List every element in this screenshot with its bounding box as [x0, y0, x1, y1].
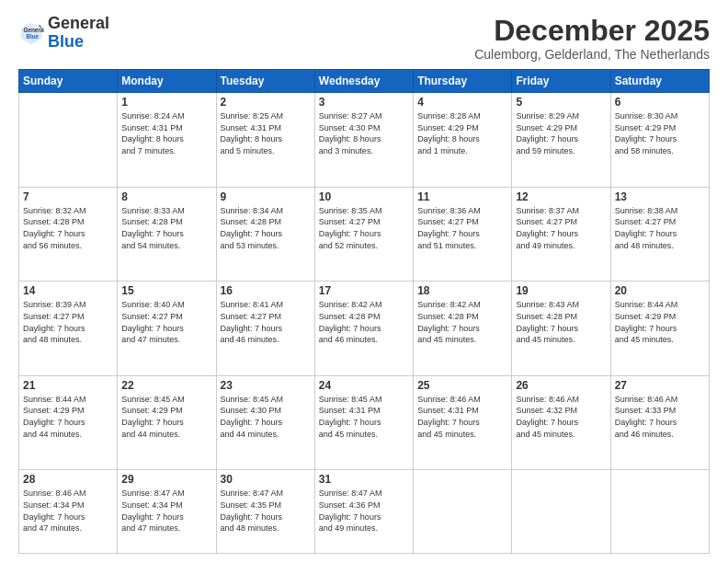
- day-number: 11: [417, 190, 507, 203]
- day-number: 3: [319, 96, 409, 109]
- day-info: Sunrise: 8:47 AM Sunset: 4:34 PM Dayligh…: [121, 488, 211, 534]
- logo-blue-text: Blue: [48, 32, 84, 51]
- table-row: [414, 470, 512, 554]
- table-row: 22Sunrise: 8:45 AM Sunset: 4:29 PM Dayli…: [118, 375, 216, 470]
- day-info: Sunrise: 8:27 AM Sunset: 4:30 PM Dayligh…: [319, 110, 409, 156]
- day-info: Sunrise: 8:44 AM Sunset: 4:29 PM Dayligh…: [615, 299, 705, 345]
- calendar-week-row: 7Sunrise: 8:32 AM Sunset: 4:28 PM Daylig…: [19, 187, 710, 282]
- table-row: 24Sunrise: 8:45 AM Sunset: 4:31 PM Dayli…: [314, 375, 413, 470]
- day-number: 22: [121, 379, 211, 392]
- day-number: 20: [615, 284, 705, 297]
- table-row: 6Sunrise: 8:30 AM Sunset: 4:29 PM Daylig…: [610, 93, 709, 188]
- day-number: 24: [319, 379, 409, 392]
- day-info: Sunrise: 8:37 AM Sunset: 4:27 PM Dayligh…: [516, 205, 606, 251]
- day-info: Sunrise: 8:42 AM Sunset: 4:28 PM Dayligh…: [417, 299, 507, 345]
- table-row: 19Sunrise: 8:43 AM Sunset: 4:28 PM Dayli…: [512, 282, 610, 376]
- day-number: 5: [516, 96, 606, 109]
- day-info: Sunrise: 8:46 AM Sunset: 4:31 PM Dayligh…: [417, 394, 507, 440]
- table-row: 11Sunrise: 8:36 AM Sunset: 4:27 PM Dayli…: [414, 187, 512, 282]
- table-row: 4Sunrise: 8:28 AM Sunset: 4:29 PM Daylig…: [414, 93, 512, 188]
- table-row: 23Sunrise: 8:45 AM Sunset: 4:30 PM Dayli…: [216, 375, 314, 470]
- day-info: Sunrise: 8:28 AM Sunset: 4:29 PM Dayligh…: [417, 110, 507, 156]
- day-number: 9: [221, 190, 311, 203]
- table-row: 1Sunrise: 8:24 AM Sunset: 4:31 PM Daylig…: [118, 93, 216, 188]
- page: General Blue General Blue December 2025 …: [0, 0, 728, 563]
- day-number: 25: [417, 379, 507, 392]
- header-monday: Monday: [118, 70, 216, 93]
- day-number: 15: [121, 284, 211, 297]
- table-row: 12Sunrise: 8:37 AM Sunset: 4:27 PM Dayli…: [512, 187, 610, 282]
- day-number: 8: [121, 190, 211, 203]
- table-row: 9Sunrise: 8:34 AM Sunset: 4:28 PM Daylig…: [216, 187, 314, 282]
- logo-text: General Blue: [48, 15, 109, 52]
- day-number: 7: [23, 190, 113, 203]
- table-row: 25Sunrise: 8:46 AM Sunset: 4:31 PM Dayli…: [414, 375, 512, 470]
- day-info: Sunrise: 8:34 AM Sunset: 4:28 PM Dayligh…: [221, 205, 311, 251]
- day-number: 30: [221, 473, 311, 486]
- day-number: 17: [319, 284, 409, 297]
- day-info: Sunrise: 8:47 AM Sunset: 4:36 PM Dayligh…: [319, 488, 409, 534]
- table-row: 20Sunrise: 8:44 AM Sunset: 4:29 PM Dayli…: [610, 282, 709, 376]
- day-number: 19: [516, 284, 606, 297]
- day-info: Sunrise: 8:46 AM Sunset: 4:32 PM Dayligh…: [516, 394, 606, 440]
- day-number: 21: [23, 379, 113, 392]
- day-info: Sunrise: 8:32 AM Sunset: 4:28 PM Dayligh…: [23, 205, 113, 251]
- logo-general-text: General: [48, 14, 109, 32]
- header-saturday: Saturday: [610, 70, 709, 93]
- month-title: December 2025: [474, 15, 710, 47]
- day-number: 28: [23, 473, 113, 486]
- day-info: Sunrise: 8:45 AM Sunset: 4:30 PM Dayligh…: [221, 394, 311, 440]
- day-info: Sunrise: 8:25 AM Sunset: 4:31 PM Dayligh…: [221, 110, 311, 156]
- table-row: 5Sunrise: 8:29 AM Sunset: 4:29 PM Daylig…: [512, 93, 610, 188]
- day-info: Sunrise: 8:46 AM Sunset: 4:33 PM Dayligh…: [615, 394, 705, 440]
- table-row: 29Sunrise: 8:47 AM Sunset: 4:34 PM Dayli…: [118, 470, 216, 554]
- day-info: Sunrise: 8:42 AM Sunset: 4:28 PM Dayligh…: [319, 299, 409, 345]
- table-row: 21Sunrise: 8:44 AM Sunset: 4:29 PM Dayli…: [19, 375, 118, 470]
- logo-icon: General Blue: [18, 20, 44, 46]
- day-number: 18: [417, 284, 507, 297]
- header-sunday: Sunday: [19, 70, 118, 93]
- day-number: 1: [121, 96, 211, 109]
- table-row: 30Sunrise: 8:47 AM Sunset: 4:35 PM Dayli…: [216, 470, 314, 554]
- calendar-week-row: 21Sunrise: 8:44 AM Sunset: 4:29 PM Dayli…: [19, 375, 710, 470]
- title-block: December 2025 Culemborg, Gelderland, The…: [474, 15, 710, 62]
- table-row: 3Sunrise: 8:27 AM Sunset: 4:30 PM Daylig…: [314, 93, 413, 188]
- table-row: 2Sunrise: 8:25 AM Sunset: 4:31 PM Daylig…: [216, 93, 314, 188]
- day-number: 10: [319, 190, 409, 203]
- day-info: Sunrise: 8:30 AM Sunset: 4:29 PM Dayligh…: [615, 110, 705, 156]
- table-row: 28Sunrise: 8:46 AM Sunset: 4:34 PM Dayli…: [19, 470, 118, 554]
- calendar-week-row: 14Sunrise: 8:39 AM Sunset: 4:27 PM Dayli…: [19, 282, 710, 376]
- day-number: 16: [221, 284, 311, 297]
- day-info: Sunrise: 8:40 AM Sunset: 4:27 PM Dayligh…: [121, 299, 211, 345]
- day-info: Sunrise: 8:43 AM Sunset: 4:28 PM Dayligh…: [516, 299, 606, 345]
- day-info: Sunrise: 8:46 AM Sunset: 4:34 PM Dayligh…: [23, 488, 113, 534]
- day-info: Sunrise: 8:35 AM Sunset: 4:27 PM Dayligh…: [319, 205, 409, 251]
- day-number: 14: [23, 284, 113, 297]
- day-number: 27: [615, 379, 705, 392]
- calendar-week-row: 28Sunrise: 8:46 AM Sunset: 4:34 PM Dayli…: [19, 470, 710, 554]
- calendar-week-row: 1Sunrise: 8:24 AM Sunset: 4:31 PM Daylig…: [19, 93, 710, 188]
- day-info: Sunrise: 8:33 AM Sunset: 4:28 PM Dayligh…: [121, 205, 211, 251]
- svg-text:Blue: Blue: [26, 32, 39, 39]
- table-row: 10Sunrise: 8:35 AM Sunset: 4:27 PM Dayli…: [314, 187, 413, 282]
- header-thursday: Thursday: [414, 70, 512, 93]
- day-info: Sunrise: 8:41 AM Sunset: 4:27 PM Dayligh…: [221, 299, 311, 345]
- table-row: [19, 93, 118, 188]
- table-row: 18Sunrise: 8:42 AM Sunset: 4:28 PM Dayli…: [414, 282, 512, 376]
- table-row: 26Sunrise: 8:46 AM Sunset: 4:32 PM Dayli…: [512, 375, 610, 470]
- day-info: Sunrise: 8:24 AM Sunset: 4:31 PM Dayligh…: [121, 110, 211, 156]
- table-row: 16Sunrise: 8:41 AM Sunset: 4:27 PM Dayli…: [216, 282, 314, 376]
- day-info: Sunrise: 8:44 AM Sunset: 4:29 PM Dayligh…: [23, 394, 113, 440]
- table-row: [512, 470, 610, 554]
- table-row: 17Sunrise: 8:42 AM Sunset: 4:28 PM Dayli…: [314, 282, 413, 376]
- table-row: 7Sunrise: 8:32 AM Sunset: 4:28 PM Daylig…: [19, 187, 118, 282]
- header: General Blue General Blue December 2025 …: [18, 15, 710, 62]
- day-info: Sunrise: 8:39 AM Sunset: 4:27 PM Dayligh…: [23, 299, 113, 345]
- day-info: Sunrise: 8:45 AM Sunset: 4:29 PM Dayligh…: [121, 394, 211, 440]
- day-number: 23: [221, 379, 311, 392]
- table-row: 13Sunrise: 8:38 AM Sunset: 4:27 PM Dayli…: [610, 187, 709, 282]
- day-number: 29: [121, 473, 211, 486]
- day-info: Sunrise: 8:45 AM Sunset: 4:31 PM Dayligh…: [319, 394, 409, 440]
- day-number: 6: [615, 96, 705, 109]
- day-info: Sunrise: 8:38 AM Sunset: 4:27 PM Dayligh…: [615, 205, 705, 251]
